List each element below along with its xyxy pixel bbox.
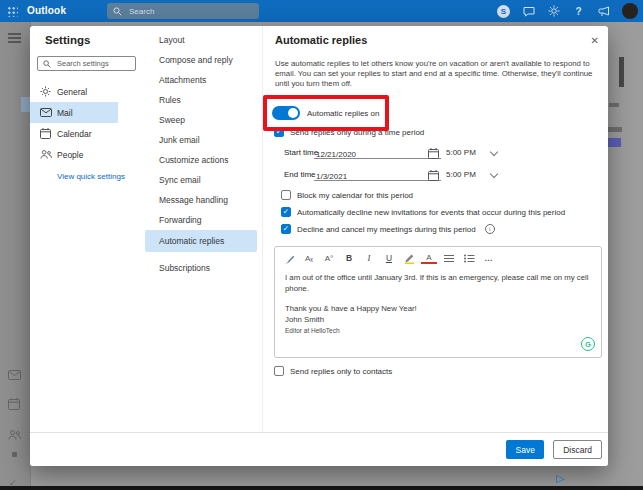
dialog-footer: Save Discard [30, 432, 608, 466]
category-rules[interactable]: Rules [145, 90, 257, 110]
editor-toolbar [275, 247, 601, 269]
screen-edge [0, 486, 643, 490]
message-closing: Thank you & have a Happy New Year! [285, 304, 591, 315]
category-automatic-replies[interactable]: Automatic replies [145, 230, 257, 252]
time-period-checkbox-row: Send replies only during a time period [274, 127, 424, 137]
automatic-replies-toggle[interactable] [272, 106, 300, 120]
settings-title: Settings [45, 34, 90, 46]
whats-new-icon[interactable] [597, 5, 610, 18]
envelope-icon [40, 108, 52, 117]
more-options-icon[interactable] [481, 251, 497, 265]
mail-icon[interactable] [8, 366, 21, 384]
chat-icon[interactable] [522, 5, 535, 18]
topbar-search-input[interactable] [127, 6, 253, 17]
editor-body[interactable]: I am out of the office until January 3rd… [275, 269, 601, 337]
italic-icon[interactable] [361, 251, 377, 265]
decline-invitations-row: Automatically decline new invitations fo… [281, 207, 565, 217]
send-icon [556, 468, 564, 486]
sidebar-item-mail[interactable]: Mail [30, 102, 118, 123]
sidebar-item-calendar[interactable]: Calendar [30, 123, 118, 144]
checkbox-label: Send replies only to contacts [290, 367, 392, 376]
outlook-settings-screen: Outlook [0, 0, 643, 490]
category-sync-email[interactable]: Sync email [145, 170, 257, 190]
sidebar-item-people[interactable]: People [30, 144, 118, 165]
decline-invitations-checkbox[interactable] [281, 207, 291, 217]
start-date-input[interactable] [314, 148, 411, 159]
skype-icon[interactable] [497, 5, 510, 18]
search-icon [113, 7, 122, 16]
tasks-icon[interactable] [12, 452, 17, 457]
bullet-list-icon[interactable] [461, 251, 477, 265]
start-time-select[interactable]: 5:00 PM [446, 148, 476, 157]
sidebar-item-label: General [57, 87, 87, 97]
checkbox-label: Automatically decline new invitations fo… [297, 208, 565, 217]
help-icon[interactable] [572, 5, 585, 18]
category-subscriptions[interactable]: Subscriptions [145, 258, 257, 278]
calendar-picker-icon[interactable] [428, 145, 439, 163]
end-date-field[interactable] [314, 165, 441, 181]
mail-settings-categories: Layout Compose and reply Attachments Rul… [140, 26, 262, 466]
underline-icon[interactable] [381, 251, 397, 265]
decline-cancel-meetings-row: Decline and cancel my meetings during th… [281, 224, 495, 234]
checkbox-label: Send replies only during a time period [290, 128, 424, 137]
category-forwarding[interactable]: Forwarding [145, 210, 257, 230]
panel-description: Use automatic replies to let others know… [275, 59, 599, 89]
chevron-down-icon[interactable] [490, 170, 498, 178]
gear-icon [40, 86, 51, 97]
view-quick-settings-link[interactable]: View quick settings [57, 172, 125, 181]
align-icon[interactable] [441, 251, 457, 265]
time-period-checkbox[interactable] [274, 127, 284, 137]
settings-gear-icon[interactable] [547, 5, 560, 18]
grammarly-icon[interactable] [581, 337, 595, 351]
menu-icon[interactable] [8, 33, 21, 35]
block-calendar-row: Block my calendar for this period [281, 190, 413, 200]
bold-icon[interactable] [341, 251, 357, 265]
category-attachments[interactable]: Attachments [145, 70, 257, 90]
topbar: Outlook [0, 0, 643, 22]
contacts-only-checkbox[interactable] [274, 366, 284, 376]
start-date-field[interactable] [314, 143, 441, 159]
app-launcher-icon[interactable] [7, 6, 18, 17]
info-icon[interactable] [485, 224, 495, 234]
category-junk-email[interactable]: Junk email [145, 130, 257, 150]
format-painter-icon[interactable] [281, 251, 297, 265]
font-size-icon[interactable] [321, 251, 337, 265]
category-customize-actions[interactable]: Customize actions [145, 150, 257, 170]
category-message-handling[interactable]: Message handling [145, 190, 257, 210]
topbar-search-bar[interactable] [107, 3, 259, 19]
signature-name: John Smith [285, 315, 591, 326]
settings-nav: Settings General Mail [30, 26, 140, 466]
settings-search-input[interactable] [55, 58, 130, 69]
category-compose-and-reply[interactable]: Compose and reply [145, 50, 257, 70]
category-sweep[interactable]: Sweep [145, 110, 257, 130]
highlight-icon[interactable] [401, 251, 417, 265]
reply-message-editor[interactable]: I am out of the office until January 3rd… [274, 246, 602, 358]
message-paragraph: I am out of the office until January 3rd… [285, 273, 591, 294]
block-calendar-checkbox[interactable] [281, 190, 291, 200]
background-text-fragment [609, 103, 619, 107]
calendar-picker-icon[interactable] [428, 167, 439, 185]
save-button[interactable]: Save [506, 440, 544, 459]
chevron-down-icon[interactable] [490, 148, 498, 156]
checkbox-label: Block my calendar for this period [297, 191, 413, 200]
background-selected-folder [21, 97, 30, 112]
end-date-input[interactable] [314, 170, 411, 181]
end-time-label: End time [284, 170, 316, 179]
search-icon [43, 60, 51, 68]
category-layout[interactable]: Layout [145, 30, 257, 50]
sidebar-item-general[interactable]: General [30, 81, 118, 102]
end-time-select[interactable]: 5:00 PM [446, 170, 476, 179]
discard-button[interactable]: Discard [553, 440, 602, 459]
settings-search-box[interactable] [37, 56, 136, 71]
toggle-knob [288, 108, 298, 118]
settings-dialog: Settings General Mail [30, 26, 608, 466]
people-icon[interactable] [8, 426, 21, 444]
signature-title: Editor at HelloTech [285, 326, 591, 337]
clear-formatting-icon[interactable] [301, 251, 317, 265]
font-color-icon[interactable] [421, 252, 437, 264]
topbar-actions [497, 0, 638, 22]
close-icon[interactable] [591, 35, 599, 46]
decline-cancel-meetings-checkbox[interactable] [281, 224, 291, 234]
account-avatar[interactable] [622, 3, 638, 19]
calendar-icon[interactable] [8, 396, 20, 414]
